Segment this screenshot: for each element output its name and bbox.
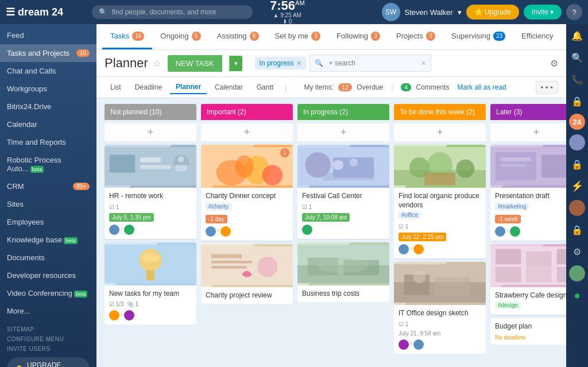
sidebar-item-rpa[interactable]: Robotic Process Auto...beta (0, 151, 96, 177)
add-not-planned[interactable]: + (105, 123, 196, 141)
activity-phone[interactable]: 📞 (568, 70, 586, 88)
avatar-4 (124, 310, 134, 320)
card-presentation[interactable]: Presentation draft #marketing -1 week › (490, 145, 566, 241)
search-input[interactable] (112, 8, 244, 16)
card-new-tasks[interactable]: New tasks for my team ☑ 1/3 📎 1 › (105, 242, 196, 325)
activity-search[interactable]: 🔍 (568, 48, 586, 67)
filter-search-input[interactable] (327, 57, 417, 69)
later-cards: Presentation draft #marketing -1 week › (490, 145, 566, 345)
upgrade-plan-button[interactable]: 🔑 UPGRADE YOUR PLAN (7, 357, 90, 367)
tab-more[interactable]: More ▾ (561, 25, 566, 49)
invite-button[interactable]: Invite ▾ (524, 5, 562, 20)
card-date-festival: July 7, 10:08 am (302, 213, 350, 222)
activity-circle[interactable]: ● (568, 286, 586, 304)
view-bar: List Deadline Planner Calendar Gantt | M… (96, 77, 566, 98)
extra-options-button[interactable]: • • • (536, 81, 558, 94)
filter-remove-icon[interactable]: ✕ (296, 60, 301, 67)
clock: 7:56AM ▲ 9:25 AM⬇ 0 (270, 0, 305, 25)
kanban-col-this-week: To be done this week (2) + (394, 104, 486, 354)
sidebar-item-employees[interactable]: Employees (0, 213, 96, 231)
card-tag-marketing: #marketing (495, 203, 529, 210)
new-task-caret-button[interactable]: ▾ (229, 56, 242, 71)
tab-tasks-badge: 16 (132, 32, 144, 41)
svg-rect-37 (424, 173, 455, 186)
card-strawberry[interactable]: Strawberry Cafe design #design (490, 244, 566, 315)
sidebar-item-tasks[interactable]: Tasks and Projects 16 (0, 44, 96, 62)
add-this-week[interactable]: + (394, 123, 486, 141)
view-planner[interactable]: Planner (170, 80, 207, 94)
avatar-7 (302, 225, 312, 235)
user-dropdown-icon[interactable]: ▾ (458, 8, 462, 17)
card-hr-remote[interactable]: HR - remote work ☑ 1 July 5, 1:35 pm › (105, 145, 196, 239)
filter-search-wrap[interactable]: 🔍 ✕ (310, 55, 431, 72)
upgrade-label: UPGRADE YOUR PLAN (27, 361, 83, 367)
sidebar-item-dev[interactable]: Developer resources (0, 266, 96, 284)
activity-avatar2[interactable] (568, 199, 586, 217)
tab-tasks[interactable]: Tasks 16 (102, 25, 152, 49)
card-festival[interactable]: Festival Call Center ☑ 1 July 7, 10:08 a… (297, 145, 389, 239)
planner-star[interactable]: ☆ (153, 58, 161, 69)
sidebar-item-drive[interactable]: Bitrix24.Drive (0, 98, 96, 115)
filter-clear-icon[interactable]: ✕ (421, 60, 426, 67)
sidebar-item-video[interactable]: Video Conferencingbeta (0, 284, 96, 302)
sidebar-item-more[interactable]: More... (0, 302, 96, 320)
mark-all-read[interactable]: Mark all as read (457, 83, 506, 91)
view-calendar[interactable]: Calendar (209, 81, 249, 94)
activity-lock3[interactable]: 🔒 (568, 221, 586, 239)
svg-rect-26 (323, 173, 374, 180)
card-img-festival (297, 145, 389, 188)
search-bar[interactable]: 🔍 (92, 5, 253, 19)
sidebar-item-time[interactable]: Time and Reports (0, 133, 96, 151)
card-charity-dinner[interactable]: 1 Charity Dinner concept (201, 145, 293, 241)
view-gantt[interactable]: Gantt (251, 81, 279, 94)
menu-icon[interactable]: ☰ (6, 6, 15, 18)
tab-projects[interactable]: Projects 3 (388, 25, 443, 49)
filter-bar: In progress ✕ 🔍 ✕ (255, 55, 431, 72)
tab-supervising[interactable]: Supervising 23 (443, 25, 513, 49)
svg-point-43 (456, 271, 464, 279)
tab-efficiency[interactable]: Efficiency (513, 25, 561, 49)
tab-assisting[interactable]: Assisting 6 (209, 25, 267, 49)
configure-link[interactable]: CONFIGURE MENU (5, 334, 92, 344)
view-deadline[interactable]: Deadline (129, 81, 168, 94)
tab-following[interactable]: Following 3 (328, 25, 388, 49)
tab-setbyme[interactable]: Set by me 3 (267, 25, 329, 49)
tab-setbyme-badge: 3 (311, 32, 320, 41)
card-organic[interactable]: Find local organic produce vendors #offi… (394, 145, 486, 258)
sidebar-item-chat[interactable]: Chat and Calls (0, 62, 96, 80)
sidebar-item-calendar[interactable]: Calendar (0, 115, 96, 133)
logo[interactable]: ☰ dream 24 (6, 6, 86, 18)
activity-settings[interactable]: ⚙ (568, 242, 586, 261)
new-task-button[interactable]: NEW TASK (168, 55, 222, 72)
sidebar-item-workgroups[interactable]: Workgroups (0, 80, 96, 98)
activity-lightning[interactable]: ⚡ (568, 177, 586, 195)
card-it-office[interactable]: IT Office design sketch ☑ 1 July 21, 9:5… (394, 262, 486, 354)
sidebar-item-documents[interactable]: Documents (0, 249, 96, 266)
sidebar-item-feed[interactable]: Feed (0, 26, 96, 44)
invite-link[interactable]: INVITE USERS (5, 344, 92, 354)
activity-lock2[interactable]: 🔒 (568, 155, 586, 173)
add-later[interactable]: + (490, 123, 566, 141)
help-button[interactable]: ? (566, 4, 582, 20)
activity-notifications[interactable]: 🔔 (568, 26, 586, 45)
activity-count[interactable]: 24 (569, 114, 585, 130)
activity-avatar1[interactable] (568, 133, 586, 152)
activity-lock[interactable]: 🔒 (568, 92, 586, 110)
add-in-progress[interactable]: + (297, 123, 389, 141)
sidebar-item-sites[interactable]: Sites (0, 195, 96, 213)
svg-rect-47 (501, 157, 531, 161)
sidebar-item-crm[interactable]: CRM 99+ (0, 177, 96, 195)
card-budget[interactable]: Budget plan No deadline (490, 318, 566, 345)
sitemap-link[interactable]: SITEMAP (5, 324, 92, 334)
add-important[interactable]: + (201, 123, 293, 141)
activity-avatar3[interactable] (568, 264, 586, 283)
card-business-trip[interactable]: Business trip costs (297, 242, 389, 303)
col-header-in-progress: In progress (2) (297, 104, 389, 120)
upgrade-button[interactable]: ⭐ Upgrade (466, 5, 519, 20)
card-charity-review[interactable]: Charity project review (201, 244, 293, 304)
sidebar-item-knowledge[interactable]: Knowledge basebeta (0, 231, 96, 249)
planner-settings-icon[interactable]: ⚙ (550, 58, 558, 69)
filter-inprogress[interactable]: In progress ✕ (255, 57, 306, 69)
view-list[interactable]: List (105, 81, 127, 94)
tab-ongoing[interactable]: Ongoing 5 (152, 25, 208, 49)
